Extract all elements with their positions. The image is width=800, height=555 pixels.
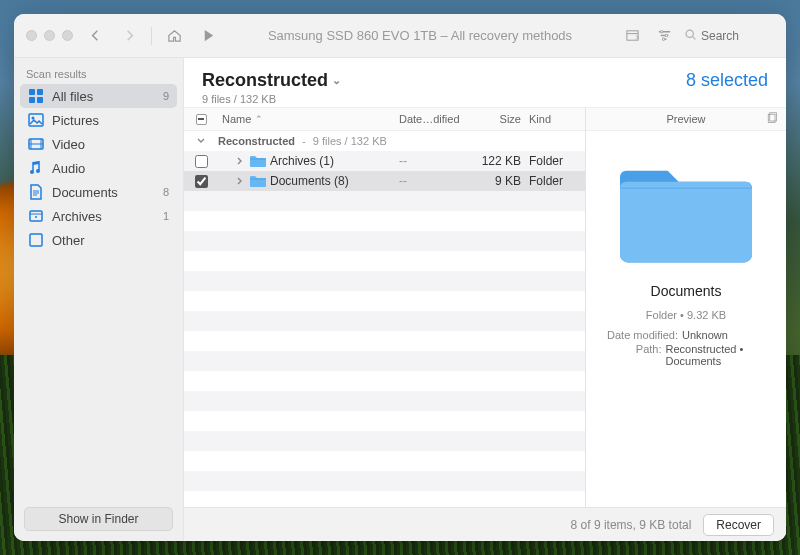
column-name[interactable]: Name ⌃ — [218, 113, 399, 125]
table-row[interactable]: Documents (8) -- 9 KB Folder — [184, 171, 585, 191]
sidebar-item-count: 1 — [163, 210, 169, 222]
chevron-down-icon[interactable]: ⌄ — [332, 74, 341, 87]
archive-icon — [28, 208, 44, 224]
page-title: Reconstructed — [202, 70, 328, 91]
group-row[interactable]: Reconstructed - 9 files / 132 KB — [184, 131, 585, 151]
sidebar-item-label: All files — [52, 89, 155, 104]
status-text: 8 of 9 items, 9 KB total — [571, 518, 692, 532]
search-box[interactable] — [684, 28, 774, 44]
preview-header: Preview — [666, 113, 705, 125]
sidebar-item-count: 8 — [163, 186, 169, 198]
preview-name: Documents — [651, 283, 722, 299]
row-name: Archives (1) — [270, 154, 334, 168]
sidebar-item-archives[interactable]: Archives 1 — [20, 204, 177, 228]
row-size: 9 KB — [473, 174, 529, 188]
footer: 8 of 9 items, 9 KB total Recover — [184, 507, 786, 541]
show-in-finder-button[interactable]: Show in Finder — [24, 507, 173, 531]
svg-rect-8 — [37, 97, 43, 103]
sidebar-item-audio[interactable]: Audio — [20, 156, 177, 180]
sidebar-item-pictures[interactable]: Pictures — [20, 108, 177, 132]
row-checkbox[interactable] — [195, 155, 208, 168]
table-row[interactable]: Archives (1) -- 122 KB Folder — [184, 151, 585, 171]
chevron-right-icon[interactable] — [234, 157, 246, 165]
chevron-down-icon[interactable] — [195, 137, 207, 145]
image-icon — [28, 112, 44, 128]
search-input[interactable] — [701, 29, 761, 43]
recover-button[interactable]: Recover — [703, 514, 774, 536]
row-date: -- — [399, 154, 473, 168]
row-kind: Folder — [529, 154, 585, 168]
svg-point-2 — [665, 34, 667, 36]
window-controls — [26, 30, 73, 41]
preview-sub: Folder • 9.32 KB — [646, 309, 726, 321]
sidebar-item-documents[interactable]: Documents 8 — [20, 180, 177, 204]
sidebar-item-label: Audio — [52, 161, 161, 176]
preview-path: Reconstructed • Documents — [666, 343, 774, 367]
svg-rect-9 — [29, 114, 43, 126]
svg-rect-7 — [29, 97, 35, 103]
sidebar-item-label: Archives — [52, 209, 155, 224]
video-icon — [28, 136, 44, 152]
row-name: Documents (8) — [270, 174, 349, 188]
view-mode-button[interactable] — [620, 24, 644, 48]
chevron-right-icon[interactable] — [234, 177, 246, 185]
svg-point-1 — [660, 31, 662, 33]
sidebar-item-count: 9 — [163, 90, 169, 102]
folder-icon — [250, 175, 266, 187]
row-date: -- — [399, 174, 473, 188]
svg-rect-5 — [29, 89, 35, 95]
column-date[interactable]: Date…dified — [399, 113, 473, 125]
sidebar-item-label: Video — [52, 137, 161, 152]
minimize-dot[interactable] — [44, 30, 55, 41]
sidebar-item-other[interactable]: Other — [20, 228, 177, 252]
preview-date-modified: Unknown — [682, 329, 728, 341]
svg-point-4 — [686, 30, 693, 37]
sidebar-item-all-files[interactable]: All files 9 — [20, 84, 177, 108]
copy-icon[interactable] — [766, 112, 778, 126]
row-kind: Folder — [529, 174, 585, 188]
search-icon — [684, 28, 697, 44]
svg-point-13 — [36, 169, 40, 173]
app-window: Samsung SSD 860 EVO 1TB – All recovery m… — [14, 14, 786, 541]
sort-asc-icon: ⌃ — [255, 114, 263, 124]
svg-rect-15 — [30, 234, 42, 246]
play-button[interactable] — [196, 24, 220, 48]
sidebar-item-label: Pictures — [52, 113, 161, 128]
document-icon — [28, 184, 44, 200]
sidebar-header: Scan results — [14, 58, 183, 84]
header-checkbox[interactable] — [184, 114, 218, 125]
filter-button[interactable] — [652, 24, 676, 48]
column-kind[interactable]: Kind — [529, 113, 585, 125]
row-size: 122 KB — [473, 154, 529, 168]
sidebar-item-video[interactable]: Video — [20, 132, 177, 156]
other-icon — [28, 232, 44, 248]
folder-icon — [250, 155, 266, 167]
row-checkbox[interactable] — [195, 175, 208, 188]
close-dot[interactable] — [26, 30, 37, 41]
zoom-dot[interactable] — [62, 30, 73, 41]
preview-pane: Preview Documents Folder • 9.32 KB — [586, 107, 786, 507]
svg-rect-6 — [37, 89, 43, 95]
column-size[interactable]: Size — [473, 113, 529, 125]
svg-point-12 — [30, 170, 34, 174]
svg-point-3 — [662, 38, 664, 40]
column-headers: Name ⌃ Date…dified Size Kind — [184, 107, 585, 131]
folder-preview-icon — [611, 157, 761, 267]
window-title: Samsung SSD 860 EVO 1TB – All recovery m… — [230, 28, 610, 43]
sidebar-item-label: Documents — [52, 185, 155, 200]
home-button[interactable] — [162, 24, 186, 48]
file-list: Name ⌃ Date…dified Size Kind Reconstruct… — [184, 107, 586, 507]
svg-rect-14 — [30, 211, 42, 221]
grid-icon — [28, 88, 44, 104]
audio-icon — [28, 160, 44, 176]
sidebar-item-label: Other — [52, 233, 161, 248]
main-panel: Reconstructed ⌄ 9 files / 132 KB 8 selec… — [184, 58, 786, 541]
page-subtitle: 9 files / 132 KB — [202, 93, 341, 105]
selected-count: 8 selected — [686, 70, 768, 91]
sidebar: Scan results All files 9 Pictures Video — [14, 58, 184, 541]
forward-button[interactable] — [117, 24, 141, 48]
titlebar: Samsung SSD 860 EVO 1TB – All recovery m… — [14, 14, 786, 58]
back-button[interactable] — [83, 24, 107, 48]
